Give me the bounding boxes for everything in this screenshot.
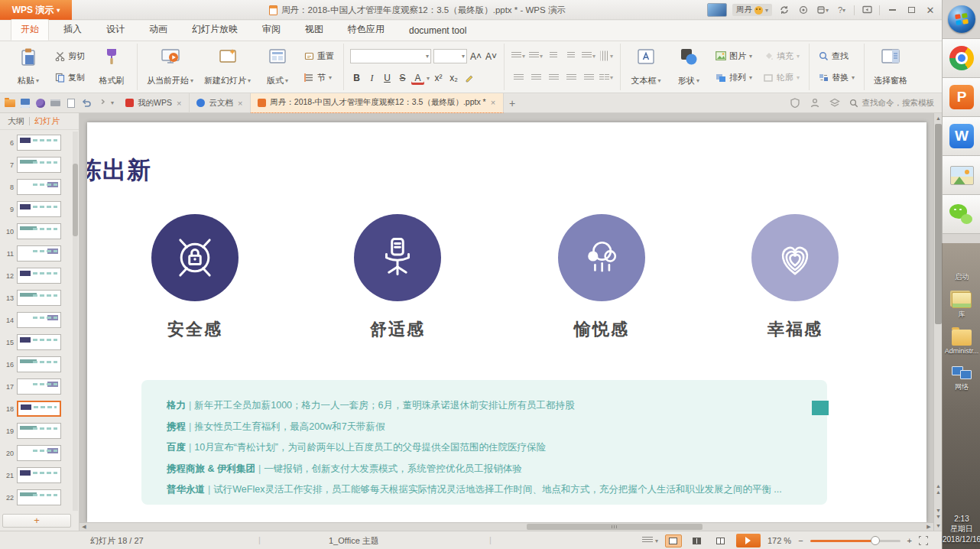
increase-font-button[interactable]: A˄ <box>469 50 482 63</box>
minimize-button[interactable] <box>885 4 899 17</box>
avatar[interactable] <box>707 3 727 17</box>
slide-thumbnail-row[interactable]: 13 <box>0 287 73 309</box>
layout-button[interactable]: 版式▾ <box>258 45 297 89</box>
justify-icon[interactable] <box>563 71 579 85</box>
find-button[interactable]: 查找 <box>816 49 858 63</box>
close-button[interactable]: ✕ <box>923 4 937 17</box>
slide-item-3[interactable]: 幸福感 <box>751 214 839 341</box>
format-painter-button[interactable]: 格式刷 <box>92 45 131 89</box>
menu-tab-2[interactable]: 设计 <box>96 19 135 41</box>
close-tab-icon[interactable]: × <box>176 99 182 108</box>
slide-thumbnail-row[interactable]: 17 <box>0 375 73 398</box>
superscript-button[interactable]: x² <box>432 71 445 85</box>
tab-slides[interactable]: 幻灯片 <box>34 115 60 127</box>
slide-thumbnail-17[interactable] <box>17 378 61 395</box>
horizontal-scrollbar[interactable]: ◀ ▶ <box>80 522 933 531</box>
maximize-button[interactable] <box>904 4 918 17</box>
previous-slide-button[interactable]: ▲▲ <box>934 483 942 495</box>
slide-thumbnail-10[interactable] <box>17 223 61 239</box>
slide-thumbnail-row[interactable]: 18 <box>0 398 73 420</box>
align-center-icon[interactable] <box>528 71 544 85</box>
slide-item-1[interactable]: 舒适感 <box>354 214 441 341</box>
menu-tab-1[interactable]: 插入 <box>54 19 92 41</box>
font-size-select[interactable]: ▾ <box>433 49 467 63</box>
taskbar-clock[interactable]: 2:13 星期日 2018/12/16 <box>943 514 980 545</box>
decrease-font-button[interactable]: A˅ <box>485 50 498 63</box>
notes-block[interactable]: 格力|新年开工全员加薪1000；格力一人一套房；6月，董明珠承诺退休前安排让所有… <box>141 380 827 505</box>
desktop-icon-2[interactable]: Administr... <box>945 330 979 355</box>
print-preview-icon[interactable] <box>65 98 76 109</box>
slide-thumbnail-row[interactable]: 15 <box>0 331 73 353</box>
chrome-taskbar-button[interactable] <box>943 39 980 78</box>
slide-thumbnail-6[interactable] <box>17 135 61 151</box>
subscript-button[interactable]: x₂ <box>447 71 460 85</box>
menu-tab-3[interactable]: 动画 <box>139 19 177 41</box>
document-tab-0[interactable]: 我的WPS× <box>118 93 190 113</box>
command-search[interactable]: 查找命令，搜索模板 <box>849 98 935 109</box>
vertical-scrollbar[interactable]: ▲ ▲▲ ▼▼ ▼ <box>933 113 942 531</box>
fill-button[interactable]: 填充 ▾ <box>760 49 803 63</box>
slideshow-play-button[interactable] <box>736 534 761 547</box>
panel-scrollbar-thumb[interactable] <box>73 164 78 236</box>
slide-thumbnail-7[interactable] <box>17 157 61 173</box>
paste-button[interactable]: 粘贴▾ <box>9 45 47 89</box>
add-slide-button[interactable]: + <box>2 514 71 528</box>
slide-thumbnail-row[interactable]: 22 <box>0 486 73 508</box>
person-icon[interactable] <box>810 98 820 108</box>
settings-icon[interactable] <box>797 4 810 17</box>
slide-thumbnail-21[interactable] <box>17 467 61 483</box>
slide-thumbnail-20[interactable] <box>17 445 61 461</box>
desktop-icon-1[interactable]: 库 <box>952 292 972 320</box>
save-icon[interactable] <box>19 98 31 109</box>
scroll-down-arrow[interactable]: ▼ <box>934 521 942 531</box>
selection-pane-button[interactable]: 选择窗格 <box>871 45 910 89</box>
reset-button[interactable]: 重置 <box>301 49 337 63</box>
redo-icon[interactable] <box>96 98 107 109</box>
shapes-button[interactable]: 形状▾ <box>670 45 708 89</box>
wechat-taskbar-button[interactable] <box>943 195 980 234</box>
font-name-select[interactable]: ▾ <box>350 49 431 63</box>
columns-icon[interactable]: ▾ <box>599 71 614 85</box>
chevron-down-icon[interactable]: ▾ <box>111 99 114 106</box>
slide-thumbnail-19[interactable] <box>17 423 61 439</box>
slide-item-2[interactable]: 愉悦感 <box>558 214 645 341</box>
scroll-left-arrow[interactable]: ◀ <box>80 523 89 531</box>
shield-icon[interactable] <box>790 98 800 108</box>
accent-square[interactable] <box>812 401 829 415</box>
wps-presentation-taskbar-button[interactable]: P <box>943 78 980 117</box>
slide-thumbnail-8[interactable] <box>17 179 61 195</box>
font-color-button[interactable]: A <box>411 71 424 85</box>
slide-thumbnail-row[interactable]: 8 <box>0 176 73 198</box>
distribute-icon[interactable] <box>581 71 596 85</box>
text-direction-icon[interactable]: ▾ <box>599 49 614 63</box>
user-account-button[interactable]: 周丹 ▾ <box>732 4 772 16</box>
normal-view-button[interactable] <box>665 534 682 547</box>
notes-button[interactable]: ▾ <box>642 537 658 544</box>
slide-thumbnail-row[interactable]: 19 <box>0 420 73 442</box>
replace-button[interactable]: 替换 ▾ <box>816 70 858 85</box>
bullets-icon[interactable]: ▾ <box>511 49 526 63</box>
zoom-out-button[interactable]: − <box>798 536 803 545</box>
menu-tab-6[interactable]: 视图 <box>295 19 333 41</box>
slide-thumbnail-row[interactable]: 7 <box>0 154 73 176</box>
next-slide-button[interactable]: ▼▼ <box>934 508 942 520</box>
section-button[interactable]: 节 ▾ <box>301 70 337 85</box>
windows-start-button[interactable] <box>943 0 980 39</box>
align-left-icon[interactable] <box>511 71 526 85</box>
slide-thumbnail-row[interactable]: 10 <box>0 220 73 242</box>
menu-tab-8[interactable]: document tool <box>399 21 476 41</box>
slide-thumbnail-row[interactable]: 21 <box>0 464 73 486</box>
help-icon[interactable]: ?▾ <box>835 4 849 17</box>
zoom-in-button[interactable]: + <box>907 536 912 545</box>
horizontal-scrollbar-thumb[interactable] <box>527 524 703 530</box>
zoom-slider[interactable] <box>810 536 900 545</box>
theme-name[interactable]: 1_Office 主题 <box>329 535 379 547</box>
slide-thumbnail-row[interactable]: 12 <box>0 265 73 287</box>
slide-thumbnail-row[interactable]: 6 <box>0 132 73 154</box>
close-tab-icon[interactable]: × <box>490 98 496 107</box>
reading-view-button[interactable] <box>712 534 729 547</box>
arrange-button[interactable]: 排列 ▾ <box>712 70 755 85</box>
menu-tab-0[interactable]: 开始 <box>11 19 49 41</box>
menu-tab-7[interactable]: 特色应用 <box>338 19 394 41</box>
line-spacing-icon[interactable]: ▾ <box>581 49 596 63</box>
